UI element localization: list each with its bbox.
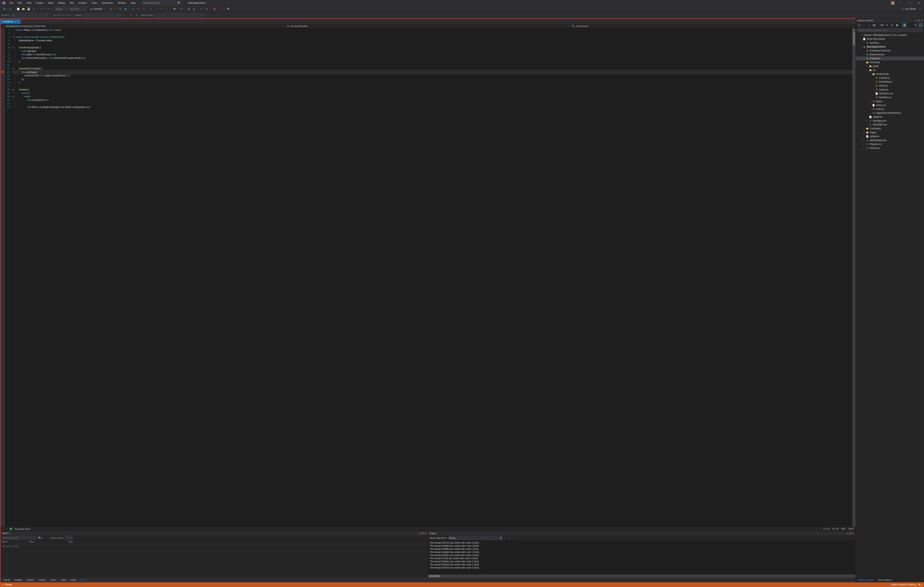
- code-editor[interactable]: ≡ 1234567891011121314151617181920212223 …: [1, 28, 855, 527]
- tree-row[interactable]: JSFetchData.js: [856, 80, 924, 84]
- lifecycle-label[interactable]: ▦ Lifecycle Events ▾: [53, 14, 73, 17]
- se-back-icon[interactable]: ◯: [857, 23, 861, 27]
- tree-row[interactable]: ▿▣WebApplication4: [856, 45, 924, 49]
- tree-row[interactable]: 📄NavMenu.css: [856, 91, 924, 96]
- panel-close-icon[interactable]: ✕: [425, 532, 426, 534]
- pause-button[interactable]: ⏸: [130, 7, 135, 11]
- menu-build[interactable]: Build: [46, 1, 55, 5]
- se-preview2-icon[interactable]: —: [919, 23, 923, 27]
- undo-button[interactable]: ↶: [39, 7, 44, 11]
- status-flag-icon[interactable]: ▭: [2, 583, 4, 586]
- expand-icon[interactable]: ▸: [863, 131, 865, 134]
- clear-output-icon[interactable]: ≣: [507, 536, 512, 540]
- find-button[interactable]: 🔍: [226, 7, 231, 11]
- thread-tool2[interactable]: ▾: [128, 13, 133, 18]
- se-fwd-icon[interactable]: ▸: [862, 23, 866, 27]
- bottom-tab[interactable]: Call St...: [2, 578, 13, 582]
- tree-row[interactable]: JSNavMenu.js: [856, 96, 924, 99]
- platform-combo[interactable]: Any CPU▾: [69, 7, 86, 11]
- nav-back-button[interactable]: ◀: [2, 7, 6, 11]
- scope-combo[interactable]: ▫WebApplication4 JavaScript Content File…: [1, 24, 285, 28]
- bottom-tab[interactable]: Comm...: [37, 578, 48, 582]
- se-preview-icon[interactable]: ◧: [903, 23, 907, 27]
- tree-row[interactable]: ▫Solution 'WebApplication4' (1 of 1 proj…: [856, 33, 924, 37]
- se-refresh-icon[interactable]: ⟲: [885, 23, 889, 27]
- menu-debug[interactable]: Debug: [56, 1, 67, 5]
- save-button[interactable]: 💾: [26, 7, 31, 11]
- source-control-button[interactable]: ↑ Add to Source Control ▴: [890, 583, 916, 586]
- tree-row[interactable]: ▸JSApp.js: [856, 99, 924, 103]
- expand-icon[interactable]: ▸: [866, 120, 868, 122]
- editor-scrollbar[interactable]: [852, 28, 855, 527]
- se-properties-icon[interactable]: 🔧: [914, 23, 918, 27]
- tool1-button[interactable]: ⚡: [172, 7, 177, 11]
- output-content[interactable]: The thread 0x67c0 has exited with code 0…: [428, 541, 855, 575]
- script-debug-button[interactable]: ▣: [123, 7, 128, 11]
- tree-row[interactable]: ▿📁src: [856, 68, 924, 72]
- tree-row[interactable]: ▸{}package.json: [856, 119, 924, 123]
- depth-combo[interactable]: ▾: [65, 536, 73, 540]
- breakpoint-gutter[interactable]: [1, 28, 5, 527]
- output-scrollbar[interactable]: [428, 575, 855, 578]
- step-over-button[interactable]: ↷: [159, 7, 164, 11]
- code-content[interactable]: import React, { Component } from 'react'…: [15, 28, 852, 527]
- se-collapse-icon[interactable]: ⧉: [890, 23, 894, 27]
- tree-row[interactable]: M↓README.md: [856, 123, 924, 127]
- tree-row[interactable]: JSregisterServiceWorker.js: [856, 111, 924, 115]
- bottom-tab[interactable]: Imme...: [49, 578, 59, 582]
- tree-row[interactable]: JSCounter.js: [856, 76, 924, 80]
- tree-row[interactable]: JSbundle.js: [856, 41, 924, 45]
- next-statement-button[interactable]: ↴: [149, 7, 153, 11]
- tree-row[interactable]: ▸🔧Properties: [856, 56, 924, 60]
- stop-button[interactable]: ■: [136, 7, 140, 11]
- split-grip[interactable]: ≡: [852, 28, 855, 31]
- prev-issue-icon[interactable]: ◂: [33, 527, 34, 530]
- watch-search-input[interactable]: [2, 536, 37, 540]
- menu-extensions[interactable]: Extensions: [100, 1, 115, 5]
- expand-icon[interactable]: ▸: [863, 143, 865, 145]
- menu-file[interactable]: File: [7, 1, 15, 5]
- tree-row[interactable]: 📄index.css: [856, 103, 924, 107]
- restart-button[interactable]: ⟲: [141, 7, 146, 11]
- new-button[interactable]: 📄: [16, 7, 20, 11]
- menu-help[interactable]: Help: [129, 1, 137, 5]
- close-button[interactable]: ✕: [916, 0, 922, 5]
- search-icon[interactable]: 🔍▾: [38, 537, 42, 539]
- tab-overflow-button[interactable]: ▾: [852, 22, 855, 24]
- refresh-button[interactable]: ⟳: [109, 7, 114, 11]
- member-combo[interactable]: ◉incrementCounter▾: [285, 24, 571, 28]
- tree-row[interactable]: ▸C#Program.cs: [856, 142, 924, 146]
- expand-icon[interactable]: ▸: [863, 127, 865, 129]
- menu-test[interactable]: Test: [68, 1, 76, 5]
- next-issue-icon[interactable]: ▸: [820, 527, 821, 530]
- tree-row[interactable]: ▸🔧Dependencies: [856, 53, 924, 56]
- se-sync-icon[interactable]: ʻ⊚▾: [879, 23, 884, 27]
- menu-project[interactable]: Project: [34, 1, 45, 5]
- bottom-tab[interactable]: Except...: [25, 578, 37, 582]
- toggle-wrap-icon[interactable]: ⋯: [513, 536, 517, 540]
- tab-counter-js[interactable]: Counter.js ⊕ ✕: [1, 19, 21, 24]
- bottom-tab[interactable]: Locals: [69, 578, 78, 582]
- panel-dropdown-icon[interactable]: ▾: [915, 20, 916, 21]
- tree-row[interactable]: JSHome.js: [856, 84, 924, 88]
- solution-tree[interactable]: ▫Solution 'WebApplication4' (1 of 1 proj…: [856, 33, 924, 578]
- output-source-combo[interactable]: Debug: [448, 536, 503, 540]
- watch-placeholder[interactable]: Add item to watch: [1, 544, 428, 578]
- tree-row[interactable]: ▸{}appsettings.json: [856, 138, 924, 142]
- panel-pin-icon[interactable]: 📌: [917, 20, 920, 21]
- bookmark-button[interactable]: 🔖: [212, 7, 217, 11]
- se-tab-team[interactable]: Team Explorer: [876, 578, 894, 582]
- pin-icon[interactable]: ⊕: [14, 21, 16, 23]
- user-avatar[interactable]: [891, 1, 894, 5]
- detail-combo[interactable]: 🔧currentCount▾: [571, 24, 855, 28]
- menu-analyze[interactable]: Analyze: [76, 1, 89, 5]
- tree-row[interactable]: ▸JSindex.js: [856, 107, 924, 111]
- tree-row[interactable]: ⊕Connected Services: [856, 49, 924, 53]
- thread-combo[interactable]: ▾: [84, 13, 120, 17]
- save-all-button[interactable]: ⎘: [31, 7, 36, 11]
- live-share-button[interactable]: ⇪Live Share: [901, 8, 917, 10]
- flag-button[interactable]: ⚑: [135, 13, 139, 18]
- panel-dropdown-icon[interactable]: ▾: [846, 532, 848, 534]
- expand-icon[interactable]: ▿: [866, 69, 868, 71]
- maximize-button[interactable]: ▭: [906, 0, 913, 5]
